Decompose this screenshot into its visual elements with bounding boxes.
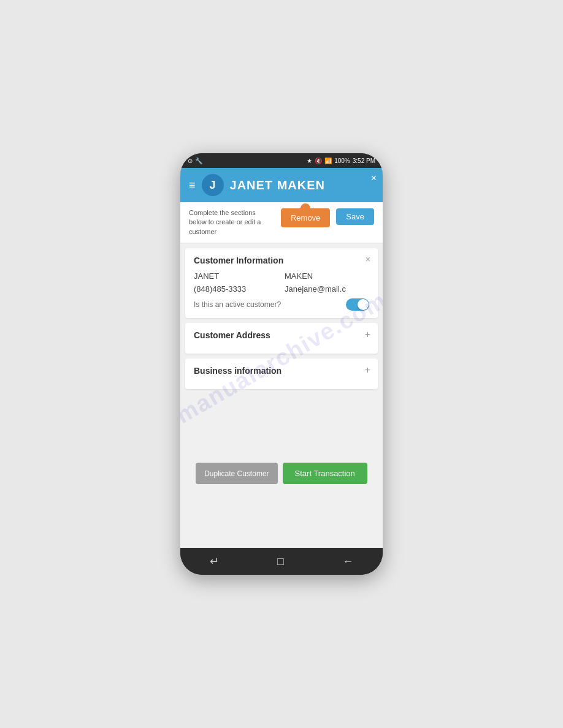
customer-first-name: JANET	[194, 271, 278, 281]
app-screen: manualarchive.com ≡ J JANET MAKEN × Comp…	[180, 168, 383, 548]
remove-button[interactable]: Remove	[281, 208, 330, 227]
status-bar-right: ★ 🔇 📶 100% 3:52 PM	[307, 157, 375, 164]
nav-bar: ↵ □ ←	[180, 548, 383, 575]
instruction-text: Complete the sections below to create or…	[189, 208, 275, 237]
duplicate-customer-button[interactable]: Duplicate Customer	[196, 463, 277, 484]
bluetooth-icon: ★	[307, 157, 312, 164]
nav-home-icon[interactable]: □	[277, 555, 284, 568]
empty-space-2	[180, 425, 383, 455]
customer-phone: (848)485-3333	[194, 284, 278, 294]
hamburger-icon[interactable]: ≡	[189, 180, 196, 191]
close-icon[interactable]: ×	[371, 173, 377, 184]
business-info-title: Business information	[194, 366, 369, 376]
status-icon-2: 🔧	[195, 157, 202, 164]
phone-frame: ⊙ 🔧 ★ 🔇 📶 100% 3:52 PM manualarchive.com…	[180, 153, 383, 575]
customer-info-grid: JANET MAKEN (848)485-3333 Janejane@mail.…	[194, 271, 369, 294]
status-bar-left: ⊙ 🔧	[188, 157, 202, 164]
time-text: 3:52 PM	[353, 157, 375, 164]
bottom-buttons: Duplicate Customer Start Transaction	[180, 455, 383, 491]
active-toggle[interactable]	[346, 298, 369, 311]
active-customer-row: Is this an active customer?	[194, 298, 369, 311]
action-row: Complete the sections below to create or…	[180, 202, 383, 243]
customer-info-close-icon[interactable]: ×	[366, 254, 370, 264]
nav-back-icon[interactable]: ←	[342, 555, 353, 568]
nav-recent-apps-icon[interactable]: ↵	[210, 555, 219, 568]
customer-last-name: MAKEN	[285, 271, 369, 281]
save-button[interactable]: Save	[336, 208, 374, 225]
empty-space	[180, 394, 383, 425]
customer-info-title: Customer Information	[194, 256, 369, 265]
customer-email: Janejane@mail.c	[285, 284, 369, 294]
customer-info-card: × Customer Information JANET MAKEN (848)…	[185, 248, 378, 318]
status-bar: ⊙ 🔧 ★ 🔇 📶 100% 3:52 PM	[180, 153, 383, 168]
customer-name-header: JANET MAKEN	[230, 178, 374, 192]
start-transaction-button[interactable]: Start Transaction	[283, 463, 367, 484]
wifi-icon: 📶	[324, 157, 332, 164]
app-header: ≡ J JANET MAKEN ×	[180, 168, 383, 202]
customer-address-title: Customer Address	[194, 330, 369, 340]
active-customer-label: Is this an active customer?	[194, 300, 281, 309]
business-expand-icon[interactable]: +	[365, 365, 370, 376]
battery-text: 100%	[334, 157, 350, 164]
customer-address-card: + Customer Address	[185, 323, 378, 354]
business-info-card: + Business information	[185, 358, 378, 389]
sound-icon: 🔇	[315, 157, 322, 164]
toggle-thumb	[358, 299, 369, 310]
address-expand-icon[interactable]: +	[365, 329, 370, 340]
avatar: J	[202, 174, 224, 196]
status-icon-1: ⊙	[188, 157, 193, 164]
